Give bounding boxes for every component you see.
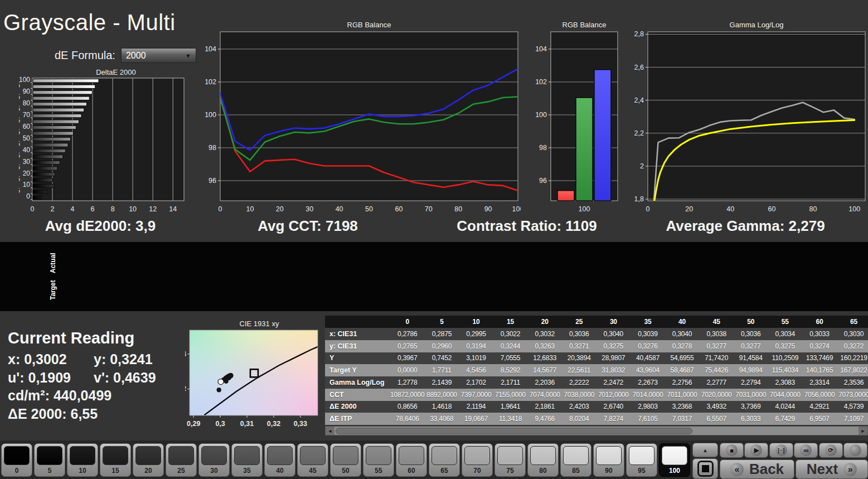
column-header: 25 <box>562 318 597 326</box>
cie-1931-chart: CIE 1931 xy0,290,30,310,320,330,320,34 <box>185 319 323 434</box>
table-row: Target Y0,00001,77114,54568,529214,56772… <box>325 364 868 376</box>
reading-value: y: 0,3241 <box>94 351 153 367</box>
table-cell: 0,3276 <box>631 342 665 350</box>
table-cell: 160,2219 <box>837 354 868 362</box>
refresh-button[interactable]: ⟳ <box>819 443 843 458</box>
de-formula-label: dE Formula: <box>55 49 115 62</box>
panel-collapse-button[interactable]: ▲ <box>692 443 718 457</box>
pattern-button-80[interactable]: 80 <box>527 443 559 477</box>
pattern-button-25[interactable]: 25 <box>166 443 197 477</box>
pattern-button-40[interactable]: 40 <box>264 443 295 477</box>
table-cell: 40,4587 <box>631 354 665 362</box>
table-cell: 58,4687 <box>665 366 700 374</box>
svg-text:5: 5 <box>19 187 20 195</box>
table-scrollbar[interactable]: ◄ ► <box>325 426 868 436</box>
pattern-button-45[interactable]: 45 <box>297 443 328 477</box>
table-cell: 0,3032 <box>527 330 562 338</box>
record-button[interactable] <box>843 443 867 458</box>
scroll-left-icon[interactable]: ◄ <box>326 427 334 435</box>
pattern-swatch <box>530 446 556 465</box>
pattern-button-65[interactable]: 65 <box>429 443 460 477</box>
loop-button[interactable]: ∞ <box>794 443 818 458</box>
table-cell: 91,4584 <box>734 354 768 362</box>
table-cell: 71,7420 <box>699 354 734 362</box>
stat-average-gamma: Average Gamma: 2,279 <box>666 217 825 235</box>
table-cell: 0,2765 <box>390 342 425 350</box>
pattern-swatch <box>333 446 358 465</box>
table-cell: 0,3278 <box>665 342 700 350</box>
svg-text:100: 100 <box>205 111 216 119</box>
svg-text:60: 60 <box>23 123 31 130</box>
pattern-button-95[interactable]: 95 <box>626 443 657 477</box>
pattern-button-0[interactable]: 0 <box>1 443 32 477</box>
svg-text:0: 0 <box>31 205 35 213</box>
table-cell: 1,4618 <box>425 403 459 410</box>
scroll-right-icon[interactable]: ► <box>859 427 867 435</box>
pattern-swatch <box>629 446 654 465</box>
table-cell: 1,2778 <box>390 379 425 386</box>
pattern-label: 90 <box>594 467 624 475</box>
next-label: Next <box>807 461 838 478</box>
table-row: ΔE 20000,86561,46182,11941,96412,18612,4… <box>325 401 868 413</box>
play-button[interactable]: ▶ <box>744 443 768 458</box>
svg-text:100: 100 <box>535 111 547 119</box>
de-formula-dropdown[interactable]: 2000 ▼ <box>121 48 196 63</box>
pattern-button-35[interactable]: 35 <box>231 443 263 477</box>
pattern-button-85[interactable]: 85 <box>560 443 591 477</box>
pattern-button-5[interactable]: 5 <box>34 443 65 477</box>
pattern-button-10[interactable]: 10 <box>67 443 98 477</box>
svg-text:98: 98 <box>208 144 216 152</box>
pattern-button-30[interactable]: 30 <box>198 443 230 477</box>
back-button[interactable]: « Back <box>720 459 794 479</box>
pattern-label: 45 <box>298 467 328 475</box>
table-cell: 7155,0000 <box>493 391 528 399</box>
pattern-label: 70 <box>462 467 492 475</box>
table-cell: 0,2960 <box>425 342 459 350</box>
actual-row-label: Actual <box>49 253 57 273</box>
table-cell: 7074,0000 <box>527 391 562 399</box>
table-cell: 2,2794 <box>734 379 768 386</box>
svg-text:80: 80 <box>454 205 462 213</box>
pattern-button-50[interactable]: 50 <box>330 443 361 477</box>
pattern-button-15[interactable]: 15 <box>100 443 131 477</box>
pattern-button-75[interactable]: 75 <box>494 443 526 477</box>
table-cell: 0,3039 <box>631 330 665 338</box>
svg-text:20: 20 <box>276 205 284 213</box>
svg-text:0: 0 <box>26 192 30 200</box>
page-title: Grayscale - Multi <box>3 10 176 35</box>
next-button[interactable]: Next » <box>796 459 868 479</box>
pattern-button-60[interactable]: 60 <box>396 443 427 477</box>
table-cell: 6,7429 <box>768 415 803 423</box>
svg-text:2,6: 2,6 <box>634 64 644 71</box>
stop-button[interactable]: ■ <box>720 443 744 458</box>
table-cell: 7038,0000 <box>562 391 597 399</box>
pattern-button-20[interactable]: 20 <box>133 443 164 477</box>
table-cell: 8892,0000 <box>425 391 459 399</box>
table-cell: 0,3275 <box>597 342 631 350</box>
step-button[interactable]: [··] <box>769 443 793 458</box>
row-label: Target Y <box>325 366 390 374</box>
pattern-label: 40 <box>265 467 295 475</box>
table-cell: 2,9803 <box>631 403 665 410</box>
chevron-down-icon: ▼ <box>185 52 191 59</box>
table-cell: 75,4426 <box>699 366 734 374</box>
pattern-button-100[interactable]: 100 <box>659 443 690 477</box>
table-cell: 0,2786 <box>390 330 425 338</box>
pattern-button-70[interactable]: 70 <box>462 443 493 477</box>
svg-text:RGB Balance: RGB Balance <box>562 21 607 29</box>
table-cell: 2,2673 <box>631 379 665 386</box>
pattern-button-90[interactable]: 90 <box>593 443 624 477</box>
table-cell: 2,2777 <box>699 379 734 386</box>
scrollbar-thumb[interactable] <box>336 428 692 434</box>
table-cell: 20,3894 <box>562 354 597 362</box>
record-icon <box>850 444 861 456</box>
svg-text:4: 4 <box>71 205 75 213</box>
table-cell: 2,2036 <box>527 379 562 386</box>
table-cell: 2,1439 <box>425 379 459 386</box>
table-row: CCT10872,00008892,00007397,00007155,0000… <box>325 389 868 401</box>
table-cell: 2,1711 <box>493 379 528 386</box>
rgb-balance-line-chart: RGB Balance96981001021040102030405060708… <box>195 20 521 216</box>
pattern-button-55[interactable]: 55 <box>363 443 394 477</box>
pattern-window-button[interactable] <box>692 458 718 479</box>
svg-text:30: 30 <box>23 158 31 166</box>
